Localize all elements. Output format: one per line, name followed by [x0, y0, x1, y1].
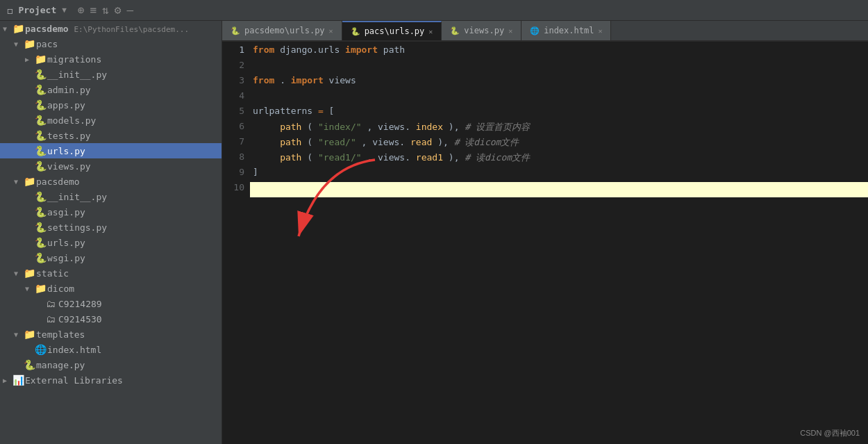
line-content: [250, 182, 868, 197]
py-icon: 🐍: [35, 84, 47, 95]
tab-label: pacsdemo\urls.py: [244, 26, 325, 35]
sidebar-item-static[interactable]: ▼ 📁 static: [0, 265, 222, 281]
sidebar-item-views-py[interactable]: 🐍 views.py: [0, 158, 222, 174]
tab-py-icon: 🐍: [231, 26, 240, 35]
py-icon: 🐍: [35, 130, 47, 141]
line-content: ]: [250, 167, 868, 182]
arrow-icon: ▼: [14, 331, 24, 338]
folder-icon: 📁: [35, 283, 47, 294]
folder-icon: 📁: [12, 23, 25, 34]
editor-area: 🐍 pacsdemo\urls.py ✕ 🐍 pacs\urls.py ✕ 🐍 …: [222, 21, 868, 444]
sidebar-item-index-html[interactable]: 🌐 index.html: [0, 342, 222, 357]
tab-pacs-urls[interactable]: 🐍 pacs\urls.py ✕: [342, 21, 442, 40]
arrow-icon: ▼: [14, 270, 24, 277]
keyword: from: [253, 44, 274, 55]
py-icon: 🐍: [24, 359, 36, 370]
tab-close-button[interactable]: ✕: [329, 27, 333, 35]
py-icon: 🐍: [35, 69, 47, 80]
tree-item-label: views.py: [47, 161, 219, 172]
tree-item-label: wsgi.py: [47, 253, 219, 263]
line-content: path ( "read1/" , views. read1 ), # 读dic…: [250, 151, 868, 167]
line-content: path ( "index/" , views. index ), # 设置首页…: [250, 121, 868, 136]
sidebar-item-dicom[interactable]: ▼ 📁 dicom: [0, 281, 222, 296]
project-icon: ◻: [7, 5, 12, 16]
sidebar-item-apps-py[interactable]: 🐍 apps.py: [0, 97, 222, 113]
folder-icon: 📁: [24, 329, 36, 340]
sidebar-item-asgi-py[interactable]: 🐍 asgi.py: [0, 204, 222, 220]
code-lines-container: 1 from django.urls import path 2: [222, 42, 868, 444]
sidebar-item-init2-py[interactable]: 🐍 __init__.py: [0, 189, 222, 204]
sidebar-item-pacsdemo-folder[interactable]: ▼ 📁 pacsdemo: [0, 174, 222, 189]
tree-item-label: manage.py: [36, 360, 219, 370]
sidebar-item-c9214289[interactable]: 🗂 C9214289: [0, 296, 222, 311]
tab-label: pacs\urls.py: [365, 26, 425, 36]
keyword: import: [345, 44, 378, 55]
sidebar-item-manage-py[interactable]: 🐍 manage.py: [0, 357, 222, 372]
tree-item-label: asgi.py: [47, 207, 219, 217]
tab-close-button[interactable]: ✕: [508, 27, 512, 35]
line-number: 2: [222, 60, 250, 75]
toolbar-icon-2[interactable]: ≡: [90, 3, 97, 17]
arrow-icon: ▼: [3, 25, 12, 33]
tab-close-button[interactable]: ✕: [598, 27, 602, 35]
code-line-3: 3 from . import views: [222, 75, 868, 90]
sidebar-item-templates[interactable]: ▼ 📁 templates: [0, 327, 222, 342]
tab-label: views.py: [464, 26, 504, 35]
project-title[interactable]: Project: [18, 5, 56, 15]
sidebar-item-tests-py[interactable]: 🐍 tests.py: [0, 128, 222, 143]
tree-item-label: urls.py: [47, 146, 219, 156]
sidebar-item-urls2-py[interactable]: 🐍 urls.py: [0, 235, 222, 250]
tab-pacsdemo-urls[interactable]: 🐍 pacsdemo\urls.py ✕: [222, 21, 342, 40]
arrow-icon: ▼: [14, 40, 24, 48]
tab-index-html[interactable]: 🌐 index.html ✕: [521, 21, 611, 40]
sidebar-item-pacsdemo-root[interactable]: ▼ 📁 pacsdemo E:\PythonFiles\pacsdem...: [0, 21, 222, 36]
tree-item-label: dicom: [47, 283, 219, 294]
toolbar-icon-1[interactable]: ⊕: [78, 3, 85, 17]
tree-item-label: index.html: [47, 345, 219, 355]
tree-item-label: templates: [36, 329, 219, 340]
tree-item-label: models.py: [47, 115, 219, 126]
line-number: 1: [222, 44, 250, 60]
tree-item-label: apps.py: [47, 100, 219, 110]
arrow-icon: ▶: [25, 56, 35, 63]
project-dropdown-icon[interactable]: ▼: [62, 6, 67, 15]
sidebar-item-c9214530[interactable]: 🗂 C9214530: [0, 311, 222, 327]
sidebar-item-settings-py[interactable]: 🐍 settings.py: [0, 220, 222, 235]
arrow-icon: ▶: [3, 377, 12, 384]
tab-label: index.html: [544, 26, 594, 35]
line-number: 10: [222, 182, 250, 197]
line-content: [250, 90, 868, 106]
toolbar-icon-5[interactable]: —: [126, 3, 133, 17]
code-line-9: 9 ]: [222, 167, 868, 182]
tree-item-label: urls.py: [47, 238, 219, 248]
py-icon: 🐍: [35, 145, 47, 156]
tree-item-label: admin.py: [47, 85, 219, 95]
line-content: from django.urls import path: [250, 44, 868, 60]
toolbar-icon-4[interactable]: ⚙: [115, 3, 122, 17]
dicom-icon: 🗂: [46, 313, 58, 324]
code-line-1: 1 from django.urls import path: [222, 44, 868, 60]
py-icon: 🐍: [35, 99, 47, 110]
tree-item-label: External Libraries: [25, 375, 219, 386]
sidebar-item-external-libs[interactable]: ▶ 📊 External Libraries: [0, 372, 222, 388]
sidebar-item-migrations[interactable]: ▶ 📁 migrations: [0, 51, 222, 67]
sidebar-item-pacs[interactable]: ▼ 📁 pacs: [0, 36, 222, 51]
code-line-10: 10: [222, 182, 868, 197]
tab-close-button[interactable]: ✕: [428, 28, 433, 35]
toolbar-icon-3[interactable]: ⇅: [102, 3, 109, 17]
tree-item-label: __init__.py: [47, 69, 219, 80]
sidebar-item-init-py[interactable]: 🐍 __init__.py: [0, 67, 222, 82]
code-line-7: 7 path ( "read/" , views. read ), # 读dic…: [222, 136, 868, 151]
line-content: from . import views: [250, 75, 868, 90]
sidebar-item-urls-py[interactable]: 🐍 urls.py: [0, 143, 222, 158]
sidebar-item-wsgi-py[interactable]: 🐍 wsgi.py: [0, 250, 222, 265]
line-number: 6: [222, 121, 250, 136]
tree-item-label: settings.py: [47, 222, 219, 233]
code-editor[interactable]: 1 from django.urls import path 2: [222, 42, 868, 444]
tab-views[interactable]: 🐍 views.py ✕: [442, 21, 521, 40]
sidebar-item-models-py[interactable]: 🐍 models.py: [0, 113, 222, 128]
line-content: path ( "read/" , views. read ), # 读dicom…: [250, 136, 868, 151]
sidebar-item-admin-py[interactable]: 🐍 admin.py: [0, 82, 222, 97]
arrow-icon: ▼: [25, 285, 35, 293]
arrow-icon: ▼: [14, 178, 24, 186]
